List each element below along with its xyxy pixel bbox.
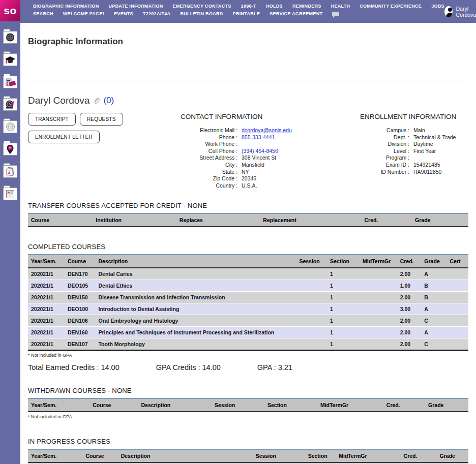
column-header: MidTermGr	[336, 449, 400, 462]
cell-cert	[447, 303, 468, 315]
top-navbar: so BIOGRAPHIC INFORMATION UPDATE INFORMA…	[0, 0, 476, 23]
column-header: Session	[212, 398, 264, 412]
cell-grade: C	[421, 315, 447, 327]
nav-biographic-information[interactable]: BIOGRAPHIC INFORMATION	[33, 4, 99, 9]
nav-bulletin-board[interactable]: BULLETIN BOARD	[180, 11, 223, 16]
cell-midterm	[360, 303, 397, 315]
nav-events[interactable]: EVENTS	[114, 11, 133, 16]
campus-value: Main	[413, 127, 468, 134]
work-phone-value	[242, 141, 336, 148]
in-progress-courses-section: IN PROGRESS COURSES Year/Sem. Course Des…	[28, 438, 468, 464]
attachments-count-link[interactable]: (0)	[103, 96, 114, 106]
sidebar-item-academics[interactable]	[3, 51, 17, 66]
cell-session	[296, 303, 327, 315]
cell-cert	[447, 338, 468, 351]
cell-cred: 2.00	[397, 338, 422, 351]
phone-value[interactable]: 855-333-4441	[242, 134, 336, 141]
nav-welcome-page[interactable]: WELCOME PAGE!	[63, 11, 104, 16]
column-header: Cred.	[401, 449, 437, 462]
cell-section: 1	[327, 280, 360, 292]
cell-year: 202021/1	[28, 280, 65, 292]
nav-health[interactable]: HEALTH	[331, 4, 350, 9]
state-value: NY	[242, 169, 336, 176]
sidebar-item-news[interactable]	[3, 185, 17, 200]
nav-service-agreement[interactable]: SERVICE AGREEMENT	[270, 11, 322, 16]
nav-jobs[interactable]: JOBS	[431, 4, 444, 9]
transfer-courses-title: TRANSFER COURSES ACCEPTED FOR CREDIT - N…	[28, 202, 468, 209]
nav-printable[interactable]: PRINTABLE	[233, 11, 260, 16]
column-header: Description	[118, 449, 253, 462]
cell-section: 1	[327, 327, 360, 338]
contact-information: CONTACT INFORMATION Electronic Mail : dc…	[176, 113, 336, 189]
cell-course: DEN160	[65, 327, 96, 338]
cell-course: DEN170	[65, 268, 96, 280]
cell-grade: A	[421, 303, 447, 315]
cell-cert	[447, 292, 468, 303]
column-header: Section	[264, 398, 317, 412]
sidebar-item-dashboard[interactable]	[3, 29, 17, 44]
column-header: Course	[90, 398, 138, 412]
paperclip-icon[interactable]	[93, 98, 100, 105]
cell-section: 1	[327, 292, 360, 303]
sidebar-item-web-resources[interactable]	[3, 118, 17, 133]
sonis-logo[interactable]: so	[0, 0, 20, 21]
cell-description: Disease Transmission and Infection Trans…	[95, 292, 296, 303]
field-label: Electronic Mail :	[176, 127, 237, 134]
table-row: 202021/1 DEN160 Principles and Technique…	[28, 327, 468, 338]
withdrawn-courses-section: WITHDRAWN COURSES - NONE Year/Sem. Cours…	[28, 387, 468, 419]
gpa: GPA : 3.21	[257, 363, 292, 372]
transcript-button[interactable]: TRANSCRIPT	[28, 113, 76, 126]
sidebar-item-documents[interactable]	[3, 163, 17, 178]
column-header: Grade	[437, 449, 468, 462]
cell-cert	[447, 327, 468, 338]
cell-session	[296, 280, 327, 292]
nav-holds[interactable]: HOLDS	[266, 4, 283, 9]
nav-1098t[interactable]: 1098-T	[241, 4, 256, 9]
chat-icon[interactable]	[332, 12, 339, 16]
avatar	[444, 6, 453, 17]
email-link[interactable]: dcordova@sonis.edu	[242, 127, 336, 134]
requests-button[interactable]: REQUESTS	[80, 113, 123, 126]
column-header: Institution	[93, 213, 176, 227]
cell-description: Introduction to Dental Assisting	[95, 303, 296, 315]
sidebar-item-billing[interactable]	[3, 74, 17, 88]
cell-year: 202021/1	[28, 268, 65, 280]
column-header: Course	[28, 213, 93, 227]
total-earned-credits: Total Earned Credits : 14.00	[28, 363, 120, 372]
cell-grade: A	[421, 327, 447, 338]
cell-description: Tooth Morphology	[95, 338, 296, 351]
cell-section: 1	[327, 338, 360, 351]
nav-row-2: SEARCH WELCOME PAGE! EVENTS T2202A/T4A B…	[33, 11, 444, 16]
cell-year: 202021/1	[28, 338, 65, 351]
field-label: Country :	[176, 182, 237, 190]
cell-phone-value[interactable]: (334) 454-8456	[242, 148, 336, 155]
wheel-icon	[3, 31, 17, 44]
nav-emergency-contacts[interactable]: EMERGENCY CONTACTS	[173, 4, 231, 9]
enrollment-letter-button[interactable]: ENROLLMENT LETTER	[28, 131, 100, 143]
column-header: Grade	[412, 213, 468, 227]
table-row: 202021/1 DEO100 Introduction to Dental A…	[28, 303, 468, 315]
user-name: Daryl Cordova	[456, 6, 476, 18]
cell-year: 202021/1	[28, 303, 65, 315]
transfer-courses-table: Course Institution Replaces Replacement …	[28, 213, 468, 227]
zip-code-value: 20345	[242, 175, 336, 182]
cell-grade: B	[421, 280, 447, 292]
nav-t2202a-t4a[interactable]: T2202A/T4A	[143, 11, 171, 16]
cell-year: 202021/1	[28, 327, 65, 338]
nav-community-experience[interactable]: COMMUNITY EXPERIENCE	[360, 4, 422, 9]
sidebar-item-location[interactable]	[3, 141, 17, 156]
user-menu[interactable]: Daryl Cordova	[444, 0, 476, 18]
cell-description: Oral Embryology and Histology	[95, 315, 296, 327]
nav-search[interactable]: SEARCH	[33, 11, 53, 16]
field-label: Level :	[356, 148, 409, 155]
cell-cred: 1.00	[397, 280, 422, 292]
column-header: Section	[327, 255, 360, 268]
sidebar-item-schedule[interactable]	[3, 96, 17, 111]
nav-update-information[interactable]: UPDATE INFORMATION	[108, 4, 163, 9]
cell-cred: 2.00	[397, 327, 422, 338]
column-header: Description	[95, 255, 296, 268]
divider	[28, 80, 468, 80]
field-label: Division :	[356, 141, 409, 148]
nav-reminders[interactable]: REMINDERS	[292, 4, 321, 9]
field-label: Exam ID :	[356, 162, 409, 169]
